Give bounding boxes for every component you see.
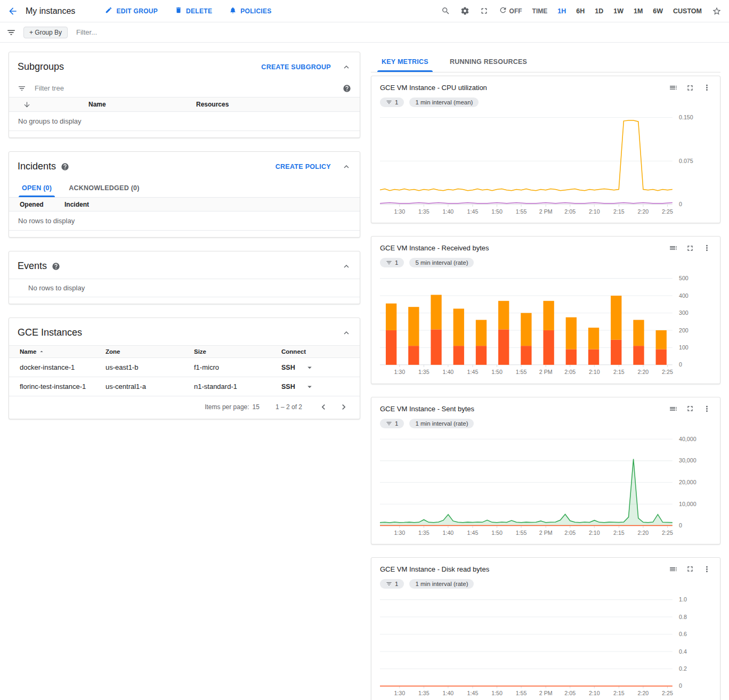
more-options-icon[interactable]	[702, 243, 711, 253]
edit-group-button[interactable]: EDIT GROUP	[105, 6, 158, 15]
collapse-gce-instances-icon[interactable]	[342, 328, 351, 338]
tab-key-metrics[interactable]: KEY METRICS	[371, 52, 439, 72]
collapse-incidents-icon[interactable]	[342, 162, 351, 172]
time-range-1d[interactable]: 1D	[595, 7, 603, 15]
subgroups-card: Subgroups CREATE SUBGROUP Name Resources…	[9, 52, 360, 138]
chart-plot: 00.0750.1501:301:351:401:451:501:552 PM2…	[380, 110, 711, 219]
tab-acknowledged-incidents[interactable]: ACKNOWLEDGED (0)	[60, 179, 148, 197]
subgroups-col-name: Name	[88, 101, 196, 108]
filter-chip[interactable]: 1	[380, 579, 404, 589]
svg-text:2:25: 2:25	[662, 530, 673, 536]
sort-direction-icon[interactable]	[9, 101, 88, 109]
svg-text:2:10: 2:10	[589, 530, 600, 536]
help-icon[interactable]	[61, 162, 69, 171]
svg-text:2:05: 2:05	[564, 369, 576, 375]
gce-col-name[interactable]: Name	[20, 348, 106, 355]
chart-plot: 010,00020,00030,00040,0001:301:351:401:4…	[380, 432, 711, 541]
fullscreen-icon[interactable]	[480, 6, 489, 15]
filter-chip[interactable]: 1	[380, 258, 404, 267]
create-policy-button[interactable]: CREATE POLICY	[276, 163, 331, 170]
svg-text:0.6: 0.6	[679, 631, 687, 637]
svg-text:0.150: 0.150	[679, 114, 693, 120]
svg-text:1:45: 1:45	[467, 530, 479, 536]
svg-text:2:20: 2:20	[638, 690, 649, 696]
svg-text:2:05: 2:05	[564, 208, 576, 215]
time-range-6h[interactable]: 6H	[576, 7, 585, 15]
instance-zone: us-central1-a	[106, 382, 194, 390]
main-content: Subgroups CREATE SUBGROUP Name Resources…	[0, 43, 729, 700]
back-arrow-icon[interactable]	[7, 6, 18, 17]
filter-input[interactable]	[75, 28, 723, 37]
svg-text:200: 200	[679, 327, 689, 333]
svg-text:1:35: 1:35	[418, 369, 430, 375]
incidents-card: Incidents CREATE POLICY OPEN (0) ACKNOWL…	[9, 151, 360, 238]
help-icon[interactable]	[343, 84, 351, 93]
expand-chart-icon[interactable]	[686, 565, 694, 573]
filter-chip[interactable]: 1	[380, 419, 404, 428]
interval-chip[interactable]: 1 min interval (rate)	[409, 419, 474, 428]
legend-list-icon[interactable]	[669, 243, 678, 253]
items-per-page-label: Items per page:	[205, 403, 249, 411]
top-app-bar: My instances EDIT GROUP DELETE POLICIES …	[0, 0, 729, 22]
page-range-label: 1 – 2 of 2	[276, 403, 302, 411]
tab-open-incidents[interactable]: OPEN (0)	[13, 179, 60, 197]
time-range-6w[interactable]: 6W	[653, 7, 663, 15]
legend-list-icon[interactable]	[669, 565, 678, 574]
star-icon[interactable]	[712, 6, 722, 16]
ssh-button[interactable]: SSH	[281, 364, 295, 371]
policies-button[interactable]: POLICIES	[229, 6, 271, 15]
svg-text:2:10: 2:10	[589, 208, 600, 215]
next-page-icon[interactable]	[338, 402, 349, 412]
filter-list-icon[interactable]	[6, 28, 16, 37]
more-options-icon[interactable]	[702, 83, 711, 92]
svg-text:1:50: 1:50	[491, 690, 503, 696]
items-per-page-value[interactable]: 15	[253, 403, 260, 411]
help-icon[interactable]	[52, 262, 60, 271]
svg-text:2:05: 2:05	[564, 530, 576, 536]
auto-refresh-toggle[interactable]: OFF	[499, 6, 522, 16]
expand-chart-icon[interactable]	[686, 404, 694, 413]
ssh-button[interactable]: SSH	[281, 383, 295, 390]
svg-text:30,000: 30,000	[679, 457, 696, 463]
topbar-right-controls: OFF TIME 1H 6H 1D 1W 1M 6W CUSTOM	[441, 6, 722, 16]
gce-col-size: Size	[194, 348, 281, 355]
svg-text:1:40: 1:40	[443, 530, 454, 536]
legend-list-icon[interactable]	[669, 404, 678, 413]
interval-chip[interactable]: 1 min interval (rate)	[409, 579, 474, 589]
interval-chip[interactable]: 1 min interval (mean)	[409, 97, 479, 107]
more-options-icon[interactable]	[702, 404, 711, 413]
collapse-events-icon[interactable]	[342, 262, 351, 271]
collapse-subgroups-icon[interactable]	[342, 62, 351, 72]
expand-chart-icon[interactable]	[686, 84, 694, 92]
instance-size: n1-standard-1	[194, 382, 281, 390]
filter-tree-input[interactable]	[34, 84, 335, 93]
filter-chip[interactable]: 1	[380, 97, 404, 107]
svg-text:1:55: 1:55	[516, 690, 527, 696]
chart-title: GCE VM Instance - Disk read bytes	[380, 565, 489, 573]
previous-page-icon[interactable]	[318, 402, 329, 412]
more-options-icon[interactable]	[702, 565, 711, 574]
time-range-1h[interactable]: 1H	[557, 7, 566, 15]
delete-button[interactable]: DELETE	[175, 6, 212, 15]
svg-text:2 PM: 2 PM	[539, 369, 553, 375]
svg-text:0: 0	[679, 682, 682, 689]
time-range-1m[interactable]: 1M	[634, 7, 643, 15]
refresh-state-label: OFF	[509, 7, 522, 15]
time-range-1w[interactable]: 1W	[613, 7, 623, 15]
create-subgroup-button[interactable]: CREATE SUBGROUP	[261, 63, 331, 71]
group-by-chip[interactable]: + Group By	[23, 27, 68, 38]
tab-running-resources[interactable]: RUNNING RESOURCES	[439, 52, 538, 72]
svg-text:0.075: 0.075	[679, 158, 693, 164]
legend-list-icon[interactable]	[669, 83, 678, 92]
gear-icon[interactable]	[460, 6, 469, 15]
interval-chip[interactable]: 5 min interval (rate)	[409, 258, 474, 267]
search-icon[interactable]	[441, 6, 450, 15]
svg-text:1:40: 1:40	[443, 690, 454, 696]
time-range-custom[interactable]: CUSTOM	[673, 7, 702, 15]
expand-chart-icon[interactable]	[686, 244, 694, 253]
filter-icon	[386, 99, 392, 105]
ssh-dropdown-icon[interactable]	[305, 363, 314, 372]
ssh-dropdown-icon[interactable]	[305, 382, 314, 392]
gce-table-header: Name Zone Size Connect	[9, 345, 360, 358]
svg-text:1:30: 1:30	[394, 690, 405, 696]
